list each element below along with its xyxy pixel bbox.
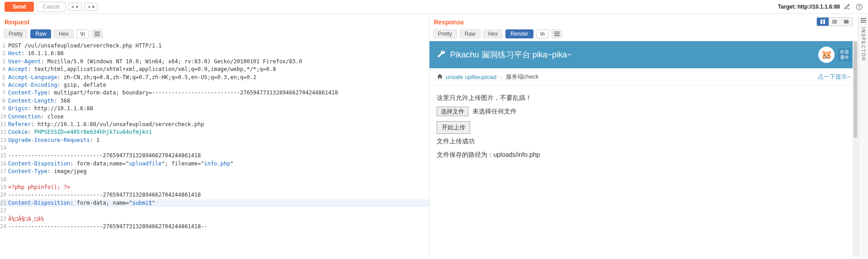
cancel-button[interactable]: Cancel — [37, 2, 65, 12]
top-toolbar: Send Cancel <▼ >▼ Target: http://10.1.1.… — [0, 0, 868, 14]
code-line[interactable]: 13Upgrade-Insecure-Requests: 1 — [0, 137, 429, 144]
breadcrumb: unsafe upfileupload › 服务端check 点一下提示~ — [429, 68, 859, 86]
code-line[interactable]: 16Content-Disposition: form-data;name="u… — [0, 160, 429, 168]
response-menu-icon[interactable] — [552, 29, 562, 38]
request-body[interactable]: 1POST /vul/unsafeupload/servercheck.php … — [0, 41, 429, 256]
avatar: 🐹 — [818, 47, 835, 63]
tab-hex[interactable]: Hex — [54, 29, 73, 38]
response-title: Response — [429, 14, 469, 29]
layout-rows-icon[interactable] — [829, 18, 840, 26]
code-line[interactable]: 4Accept: text/html,application/xhtml+xml… — [0, 66, 429, 73]
layout-columns-icon[interactable] — [817, 18, 829, 26]
code-line[interactable]: 12Cookie: PHPSESSID=e405r8e634hhjk7su64o… — [0, 128, 429, 136]
home-icon[interactable] — [437, 73, 443, 81]
target-label: Target: http://10.1.1.6:88 — [778, 4, 840, 10]
code-line[interactable]: 23å¼□å§□ä¸□ä¼ — [0, 215, 429, 223]
render-body: 这里只允许上传图片，不要乱搞！ 选择文件 未选择任何文件 开始上传 文件上传成功… — [429, 86, 859, 173]
choose-file-button[interactable]: 选择文件 — [437, 107, 468, 116]
code-line[interactable]: 2Host: 10.1.1.6:88 — [0, 50, 429, 57]
help-icon[interactable] — [854, 2, 863, 11]
welcome-badge: 欢迎暑年 — [838, 48, 851, 61]
inspector-label: INSPECTOR — [861, 27, 866, 61]
history-fwd-button[interactable]: >▼ — [85, 3, 98, 11]
chevron-right-icon: › — [500, 74, 502, 80]
upload-button[interactable]: 开始上传 — [437, 121, 470, 134]
code-line[interactable]: 6Accept-Encoding: gzip, deflate — [0, 81, 429, 89]
escape-toggle[interactable]: \n — [76, 29, 89, 38]
request-title: Request — [0, 14, 429, 29]
code-line[interactable]: 5Accept-Language: zh-CN,zh;q=0.8,zh-TW;q… — [0, 74, 429, 81]
code-line[interactable]: 7Content-Type: multipart/form-data; boun… — [0, 89, 429, 97]
no-file-text: 未选择任何文件 — [472, 108, 517, 115]
tab-raw[interactable]: Raw — [460, 29, 481, 38]
code-line[interactable]: 15-----------------------------276594773… — [0, 152, 429, 160]
code-line[interactable]: 24-----------------------------276594773… — [0, 223, 429, 231]
request-panel: Request Pretty Raw Hex \n 1POST /vul/uns… — [0, 14, 429, 256]
escape-toggle[interactable]: \n — [536, 29, 549, 38]
code-line[interactable]: 1POST /vul/unsafeupload/servercheck.php … — [0, 42, 429, 50]
menu-icon[interactable] — [861, 20, 866, 21]
tab-hex[interactable]: Hex — [483, 29, 503, 38]
app-title: Pikachu 漏洞练习平台 pika~pika~ — [450, 49, 572, 60]
tab-raw[interactable]: Raw — [30, 29, 51, 38]
response-panel: Response Pretty Raw Hex Render \n — [429, 14, 868, 256]
code-line[interactable]: 19<?php phpinfo(); ?> — [0, 184, 429, 191]
svg-point-1 — [859, 8, 859, 9]
edit-target-icon[interactable] — [843, 2, 852, 11]
code-line[interactable]: 9Origin: http://10.1.1.6:88 — [0, 105, 429, 113]
inspector-sidebar[interactable]: INSPECTOR — [858, 16, 868, 256]
layout-single-icon[interactable] — [840, 18, 852, 26]
wrench-icon — [437, 49, 446, 61]
app-header: Pikachu 漏洞练习平台 pika~pika~ 🐹 欢迎暑年 — [429, 41, 859, 68]
layout-toggle[interactable] — [816, 17, 853, 26]
history-back-button[interactable]: <▼ — [68, 3, 82, 11]
tab-pretty[interactable]: Pretty — [4, 29, 28, 38]
request-menu-icon[interactable] — [92, 29, 103, 38]
code-line[interactable]: 3User-Agent: Mozilla/5.0 (Windows NT 10.… — [0, 58, 429, 66]
scrollbar[interactable] — [853, 41, 858, 256]
code-line[interactable]: 11Referer: http://10.1.1.6:88/vul/unsafe… — [0, 121, 429, 128]
code-line[interactable]: 14 — [0, 144, 429, 152]
tab-render[interactable]: Render — [505, 29, 533, 38]
path-text: 文件保存的路径为：uploads/info.php — [437, 151, 851, 159]
hint-link[interactable]: 点一下提示~ — [818, 73, 851, 81]
code-line[interactable]: 17Content-Type: image/jpeg — [0, 168, 429, 175]
code-line[interactable]: 8Content-Length: 368 — [0, 97, 429, 105]
code-line[interactable]: 22 — [0, 207, 429, 215]
code-line[interactable]: 10Connection: close — [0, 113, 429, 121]
code-line[interactable]: 20-----------------------------276594773… — [0, 191, 429, 199]
code-line[interactable]: 21Content-Disposition: form-data; name="… — [0, 199, 429, 207]
send-button[interactable]: Send — [5, 2, 34, 12]
render-view: Pikachu 漏洞练习平台 pika~pika~ 🐹 欢迎暑年 unsafe … — [429, 41, 859, 256]
response-tabs: Pretty Raw Hex Render \n — [429, 29, 859, 41]
notice-text: 这里只允许上传图片，不要乱搞！ — [437, 94, 851, 102]
success-text: 文件上传成功 — [437, 137, 851, 146]
code-line[interactable]: 18 — [0, 176, 429, 184]
request-tabs: Pretty Raw Hex \n — [0, 29, 429, 41]
breadcrumb-current: 服务端check — [506, 73, 539, 81]
breadcrumb-link[interactable]: unsafe upfileupload — [446, 74, 497, 80]
tab-pretty[interactable]: Pretty — [433, 29, 457, 38]
